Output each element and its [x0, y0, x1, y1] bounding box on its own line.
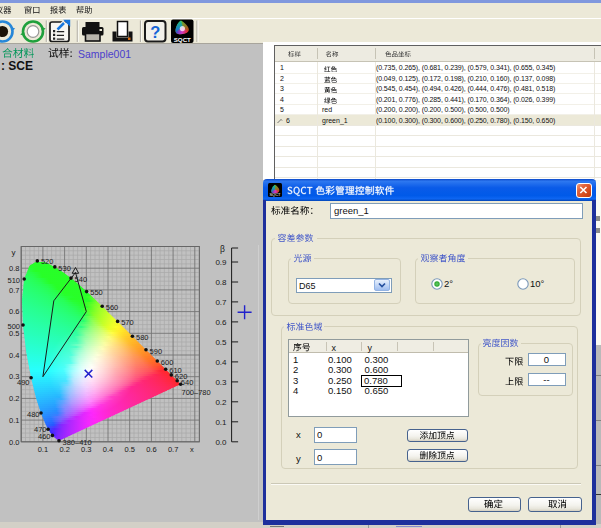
svg-text:0.1: 0.1: [9, 416, 19, 425]
svg-text:y: y: [12, 248, 16, 257]
svg-text:0.4: 0.4: [9, 351, 19, 360]
svg-text:0.7: 0.7: [9, 286, 19, 295]
svg-text:0.8: 0.8: [9, 264, 19, 273]
svg-text:0.8: 0.8: [215, 278, 227, 287]
svg-text:0.3: 0.3: [9, 372, 19, 381]
svg-text:0.1: 0.1: [215, 418, 227, 427]
svg-text:SQCT: SQCT: [269, 192, 281, 197]
svg-text:0.1: 0.1: [38, 445, 48, 454]
svg-text:520: 520: [41, 257, 54, 266]
svg-text:0.3: 0.3: [215, 378, 227, 387]
svg-text:480: 480: [27, 410, 40, 419]
svg-text:460: 460: [38, 432, 51, 441]
svg-text:0.2: 0.2: [215, 398, 227, 407]
svg-text:570: 570: [121, 318, 134, 327]
svg-text:0.7: 0.7: [168, 445, 178, 454]
svg-text:0.3: 0.3: [81, 445, 91, 454]
svg-text:640: 640: [181, 378, 194, 387]
svg-text:0.5: 0.5: [9, 329, 19, 338]
svg-text:550: 550: [90, 288, 103, 297]
svg-text:0.0: 0.0: [9, 438, 19, 447]
svg-text:0.6: 0.6: [215, 318, 227, 327]
svg-text:0.4: 0.4: [215, 358, 227, 367]
svg-text:580: 580: [136, 333, 149, 342]
svg-text:β: β: [220, 244, 225, 254]
svg-text:540: 540: [75, 275, 88, 284]
svg-text:0.2: 0.2: [59, 445, 69, 454]
svg-text:0.6: 0.6: [9, 307, 19, 316]
svg-text:0.7: 0.7: [215, 298, 227, 307]
svg-text:0.5: 0.5: [215, 338, 227, 347]
svg-text:x: x: [190, 445, 194, 454]
svg-text:700–780: 700–780: [182, 388, 211, 397]
svg-text:0.0: 0.0: [215, 438, 227, 447]
svg-text:0.6: 0.6: [146, 445, 156, 454]
svg-text:510: 510: [7, 276, 20, 285]
svg-text:530: 530: [58, 264, 71, 273]
svg-text:0.9: 0.9: [215, 258, 227, 267]
svg-text:0.4: 0.4: [103, 445, 113, 454]
svg-text:0.2: 0.2: [9, 394, 19, 403]
svg-text:0.5: 0.5: [124, 445, 134, 454]
svg-text:560: 560: [106, 303, 119, 312]
svg-text:590: 590: [150, 347, 163, 356]
